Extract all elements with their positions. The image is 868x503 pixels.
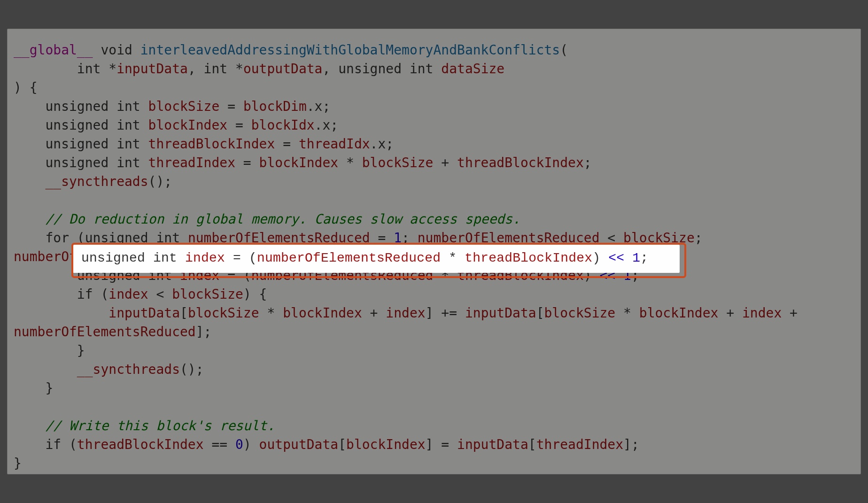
code-token: ) { <box>243 286 267 302</box>
code-token: + <box>362 305 386 321</box>
code-token: [ <box>180 305 188 321</box>
code-token: inputData <box>116 61 188 77</box>
code-token: (); <box>180 362 204 377</box>
code-token: index <box>386 305 425 321</box>
code-token: __syncthreads <box>45 174 148 189</box>
code-comment: // Do reduction in global memory. Causes… <box>14 211 520 227</box>
code-token: [ <box>528 437 536 452</box>
code-token: = <box>275 136 299 152</box>
code-token: outputData <box>243 61 323 77</box>
code-token: blockIndex <box>283 305 362 321</box>
code-token: ]; <box>623 437 639 452</box>
code-token: ] += <box>426 305 465 321</box>
code-token: = <box>370 230 394 246</box>
code-token: blockIndex <box>346 437 426 452</box>
code-token: ) <box>243 437 259 452</box>
code-token: unsigned int <box>14 99 148 114</box>
code-token: ] = <box>426 437 457 452</box>
code-token: ) <box>592 251 608 265</box>
code-token: threadBlockIndex <box>148 136 275 152</box>
code-token: outputData <box>259 437 339 452</box>
code-token: } <box>14 456 22 471</box>
code-token: unsigned int <box>14 155 148 170</box>
code-token: blockIndex <box>259 155 339 170</box>
code-token: void <box>93 42 140 58</box>
code-token: threadBlockIndex <box>465 251 592 265</box>
code-token: = <box>227 117 251 133</box>
code-token: if ( <box>14 286 108 302</box>
code-token: = <box>235 155 259 170</box>
code-token <box>14 362 77 377</box>
code-token: blockSize <box>172 286 243 302</box>
code-token: * <box>259 305 283 321</box>
code-token: if ( <box>14 437 77 452</box>
code-token: numberOfElementsReduced <box>188 230 370 246</box>
code-token: ( <box>560 42 568 58</box>
code-token: * <box>441 251 465 265</box>
code-token: + <box>433 155 457 170</box>
code-token: index <box>185 251 225 265</box>
code-token: < <box>148 286 172 302</box>
code-token: .x; <box>315 117 339 133</box>
code-token: index <box>742 305 782 321</box>
code-token: int * <box>14 61 116 77</box>
code-token: ; <box>695 230 711 246</box>
code-token: = ( <box>225 251 257 265</box>
highlighted-code-line: unsigned int index = (numberOfElementsRe… <box>73 245 680 273</box>
code-token: = <box>219 99 243 114</box>
code-token <box>14 305 108 321</box>
code-token: * <box>338 155 362 170</box>
code-token: blockSize <box>188 305 259 321</box>
code-token: interleavedAddressingWithGlobalMemoryAnd… <box>140 42 560 58</box>
code-token: 0 <box>235 437 243 452</box>
code-token: .x; <box>307 99 331 114</box>
code-token: __syncthreads <box>77 362 180 377</box>
code-token: 1 <box>632 251 640 265</box>
code-token: unsigned int <box>81 251 185 265</box>
code-token: ; <box>640 251 648 265</box>
code-token: numberOfElementsReduced <box>257 251 441 265</box>
code-token: inputData <box>457 437 528 452</box>
code-token: [ <box>536 305 544 321</box>
code-token: blockDim <box>243 99 307 114</box>
slide: __global__ void interleavedAddressingWit… <box>0 0 868 503</box>
code-token: ; <box>402 230 418 246</box>
code-token: blockIndex <box>148 117 228 133</box>
code-token: numberOfElementsReduced <box>418 230 600 246</box>
code-token: threadIndex <box>148 155 235 170</box>
code-token: for (unsigned int <box>14 230 188 246</box>
code-token: [ <box>338 437 346 452</box>
code-token: ) { <box>14 80 38 95</box>
code-token: , unsigned int <box>322 61 441 77</box>
code-token: << <box>608 251 624 265</box>
code-token: } <box>14 380 53 396</box>
code-token: inputData <box>465 305 536 321</box>
code-token: threadBlockIndex <box>457 155 584 170</box>
code-token: (); <box>148 174 172 189</box>
code-token: + <box>782 305 806 321</box>
code-token: index <box>108 286 148 302</box>
code-token: __global__ <box>14 42 93 58</box>
code-token: ; <box>584 155 592 170</box>
code-token: numberOfElementsReduced <box>14 324 196 340</box>
code-token: blockSize <box>623 230 695 246</box>
code-token: blockSize <box>544 305 616 321</box>
code-token <box>14 174 45 189</box>
code-token: dataSize <box>441 61 504 77</box>
code-token: blockSize <box>362 155 434 170</box>
code-token: threadIdx <box>299 136 370 152</box>
code-token: inputData <box>108 305 180 321</box>
code-token: .x; <box>370 136 394 152</box>
code-token: == <box>204 437 235 452</box>
code-token: blockSize <box>148 99 220 114</box>
code-token <box>624 251 632 265</box>
code-token: blockIndex <box>639 305 719 321</box>
code-token: unsigned int <box>14 136 148 152</box>
code-token: ]; <box>196 324 212 340</box>
code-token: , int * <box>188 61 243 77</box>
code-token: threadIndex <box>536 437 623 452</box>
code-token: 1 <box>394 230 402 246</box>
code-token: blockIdx <box>251 117 315 133</box>
code-token: < <box>600 230 624 246</box>
code-token: threadBlockIndex <box>77 437 204 452</box>
